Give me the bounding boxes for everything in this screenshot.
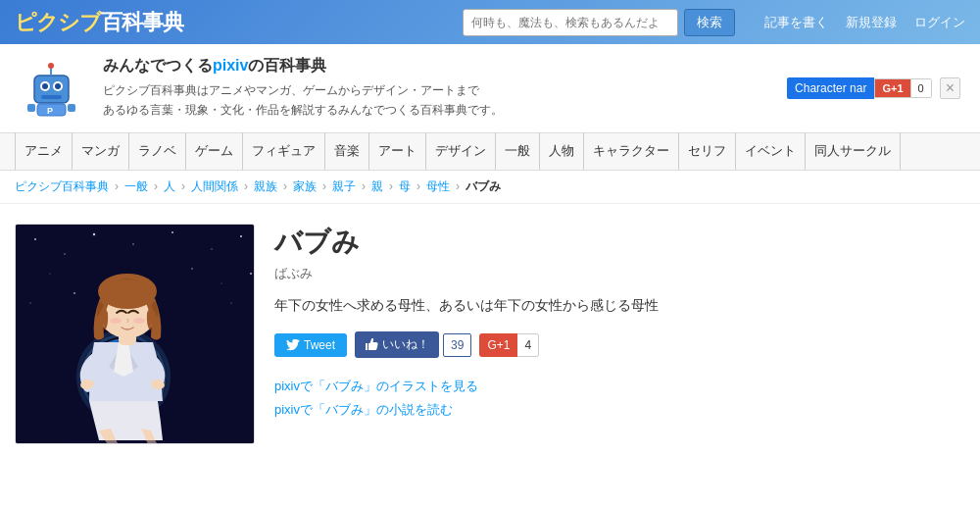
svg-point-13 [34,238,36,240]
brand-desc-line1: ピクシブ百科事典はアニメやマンガ、ゲームからデザイン・アートまで [103,83,479,97]
bc-sep-2: › [181,179,185,193]
nav-design[interactable]: デザイン [426,132,496,170]
bc-person[interactable]: 人 [164,178,175,195]
bc-general[interactable]: 一般 [124,178,148,195]
g1-social: G+1 4 [479,333,539,357]
social-buttons: Tweet いいね！ 39 G+1 4 [274,331,965,358]
bc-sep-1: › [154,179,158,193]
main-content: バブみ ばぶみ 年下の女性へ求める母性、あるいは年下の女性から感じる母性 Twe… [0,204,980,464]
svg-point-14 [64,253,66,255]
bc-relations[interactable]: 人間関係 [191,178,238,195]
nav-figure[interactable]: フィギュア [243,132,325,170]
brand-title-prefix: みんなでつくる [103,57,213,74]
nav-doujin[interactable]: 同人サークル [806,132,901,170]
tweet-label: Tweet [304,338,335,352]
bc-sep-0: › [115,179,119,193]
svg-text:P: P [47,106,53,116]
nav-general[interactable]: 一般 [496,132,540,170]
bc-current: バブみ [466,178,501,195]
svg-point-3 [42,83,48,89]
search-input[interactable] [463,9,678,36]
header-nav: 記事を書く 新規登録 ログイン [764,14,965,31]
svg-point-16 [132,243,134,245]
twitter-icon [286,339,300,351]
nav-bar: アニメ マンガ ラノベ ゲーム フィギュア 音楽 アート デザイン 一般 人物 … [0,133,980,171]
logo[interactable]: ピクシブ百科事典 [15,8,183,37]
nav-ranobe[interactable]: ラノベ [129,132,186,170]
svg-point-26 [250,273,252,275]
svg-rect-11 [68,104,75,112]
bc-sep-9: › [456,179,460,193]
svg-point-18 [211,248,212,249]
bc-sep-8: › [416,179,420,193]
svg-point-4 [55,83,61,89]
svg-point-19 [240,235,242,237]
illust-link[interactable]: pixivで「バブみ」のイラストを見る [274,378,965,395]
svg-point-7 [48,63,54,69]
breadcrumb: ピクシブ百科事典 › 一般 › 人 › 人間関係 › 親族 › 家族 › 親子 … [0,171,980,204]
article-desc: 年下の女性へ求める母性、あるいは年下の女性から感じる母性 [274,294,965,316]
g1-area: Character nar G+1 0 × [787,77,960,99]
nav-character[interactable]: キャラクター [584,132,679,170]
search-button[interactable]: 検索 [684,9,735,36]
brand-title-pixiv: pixiv [213,57,248,74]
bc-mother[interactable]: 母 [399,178,411,195]
svg-rect-5 [41,95,62,99]
bc-top[interactable]: ピクシブ百科事典 [15,178,109,195]
brand-title-suffix: の百科事典 [248,57,326,74]
nav-anime[interactable]: アニメ [15,132,73,170]
like-button[interactable]: いいね！ [355,331,439,358]
brand-bar: P みんなでつくるpixivの百科事典 ピクシブ百科事典はアニメやマンガ、ゲーム… [0,44,980,133]
bc-parent[interactable]: 親 [371,178,383,195]
bc-sep-5: › [322,179,326,193]
svg-point-20 [49,273,50,274]
bc-sep-7: › [389,179,393,193]
nav-manga[interactable]: マンガ [73,132,129,170]
novel-link[interactable]: pixivで「バブみ」の小説を読む [274,401,965,419]
bc-sep-6: › [362,179,366,193]
brand-text-area: みんなでつくるpixivの百科事典 ピクシブ百科事典はアニメやマンガ、ゲームから… [103,56,767,121]
article-body: バブみ ばぶみ 年下の女性へ求める母性、あるいは年下の女性から感じる母性 Twe… [274,224,965,444]
nav-serif[interactable]: セリフ [679,132,736,170]
g1-social-button[interactable]: G+1 [479,333,517,357]
svg-point-24 [74,292,75,294]
brand-logo: P [20,56,83,120]
write-article-link[interactable]: 記事を書く [764,14,828,31]
article-image [15,224,255,444]
g1-social-count: 4 [517,333,539,357]
tweet-button[interactable]: Tweet [274,333,347,357]
bc-sep-3: › [244,179,248,193]
login-link[interactable]: ログイン [914,14,965,31]
nav-music[interactable]: 音楽 [325,132,369,170]
brand-desc: ピクシブ百科事典はアニメやマンガ、ゲームからデザイン・アートまで あるゆる言葉・… [103,80,767,121]
nav-event[interactable]: イベント [736,132,806,170]
nav-game[interactable]: ゲーム [186,132,243,170]
close-button[interactable]: × [940,77,960,99]
g1-count: 0 [910,79,931,97]
article-links: pixivで「バブみ」のイラストを見る pixivで「バブみ」の小説を読む [274,378,965,419]
nav-art[interactable]: アート [369,132,426,170]
brand-desc-line2: あるゆる言葉・現象・文化・作品を解説するみんなでつくる百科事典です。 [103,103,503,117]
svg-point-22 [221,282,222,283]
header: ピクシブ百科事典 検索 記事を書く 新規登録 ログイン [0,0,980,44]
svg-point-42 [133,318,145,324]
bc-parentchild[interactable]: 親子 [332,178,356,195]
bc-sep-4: › [283,179,287,193]
search-area: 検索 [463,9,735,36]
bc-family[interactable]: 家族 [293,178,317,195]
g1-btn-label[interactable]: G+1 [875,79,909,97]
like-label: いいね！ [382,336,429,353]
svg-point-21 [191,268,193,270]
bc-family-rel[interactable]: 親族 [254,178,277,195]
register-link[interactable]: 新規登録 [846,14,897,31]
svg-rect-10 [27,104,35,112]
svg-point-25 [230,302,231,303]
svg-point-17 [172,231,173,233]
like-icon [365,338,378,352]
svg-point-41 [110,318,122,324]
g1-button[interactable]: G+1 0 [874,78,931,98]
nav-person[interactable]: 人物 [540,132,584,170]
svg-point-15 [93,233,95,235]
bc-motherly[interactable]: 母性 [426,178,450,195]
article-reading: ばぶみ [274,265,965,282]
